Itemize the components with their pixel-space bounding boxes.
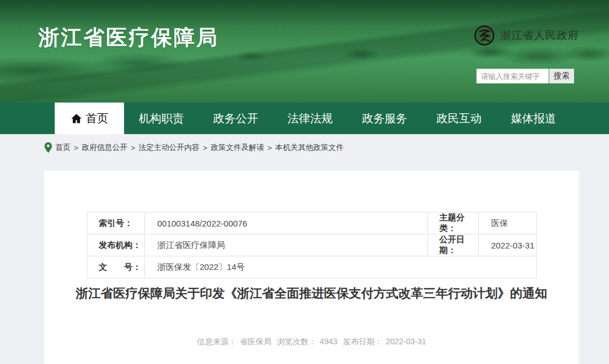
nav-item-duties[interactable]: 机构职责 bbox=[124, 103, 198, 134]
nav-items: 首页 机构职责 政务公开 法律法规 政务服务 政民互动 媒体报道 bbox=[55, 103, 571, 134]
publish-date-value: 2022-03-31 bbox=[479, 234, 537, 256]
breadcrumb-item-home[interactable]: 首页 bbox=[55, 143, 70, 153]
breadcrumb: 首页 > 政府信息公开 > 法定主动公开内容 > 政策文件及解读 > 本机关其他… bbox=[44, 142, 344, 153]
nav-item-laws[interactable]: 法律法规 bbox=[273, 103, 347, 134]
document-meta-line: 信息来源：省医保局 浏览次数：4943 发布日期：2022-03-31 bbox=[44, 337, 579, 347]
topic-category-value: 医保 bbox=[479, 212, 537, 234]
views-value: 4943 bbox=[320, 337, 337, 346]
breadcrumb-separator: > bbox=[131, 144, 135, 152]
breadcrumb-item-info-disclosure[interactable]: 政府信息公开 bbox=[82, 143, 127, 153]
document-meta-table: 索引号： 001003148/2022-00076 主题分类： 医保 发布机构：… bbox=[87, 212, 537, 278]
page: 浙江省医疗保障局 浙江省人民政府 搜索 首页 机构职责 政务公开 法律法规 bbox=[0, 0, 609, 364]
gov-emblem-icon bbox=[474, 25, 495, 46]
home-icon bbox=[70, 113, 82, 125]
publish-date-label: 公开日期： bbox=[428, 234, 479, 256]
views-label: 浏览次数： bbox=[277, 337, 316, 346]
table-row: 文 号： 浙医保发〔2022〕14号 bbox=[87, 256, 537, 278]
doc-number-value: 浙医保发〔2022〕14号 bbox=[145, 256, 537, 278]
date-label: 发布日期： bbox=[343, 337, 382, 346]
document-title: 浙江省医疗保障局关于印发《浙江省全面推进医保支付方式改革三年行动计划》的通知 bbox=[44, 285, 579, 302]
header-banner: 浙江省医疗保障局 浙江省人民政府 搜索 bbox=[0, 0, 609, 103]
doc-number-label: 文 号： bbox=[87, 256, 145, 278]
breadcrumb-item-policy-docs[interactable]: 政策文件及解读 bbox=[211, 143, 264, 153]
source-value: 省医保局 bbox=[240, 337, 271, 346]
search-button[interactable]: 搜索 bbox=[549, 69, 574, 83]
site-title: 浙江省医疗保障局 bbox=[38, 24, 219, 52]
gov-portal-link[interactable]: 浙江省人民政府 bbox=[474, 25, 579, 46]
breadcrumb-separator: > bbox=[267, 144, 272, 152]
table-row: 发布机构： 浙江省医疗保障局 公开日期： 2022-03-31 bbox=[87, 234, 537, 256]
content-card: 索引号： 001003148/2022-00076 主题分类： 医保 发布机构：… bbox=[44, 171, 579, 364]
index-number-label: 索引号： bbox=[87, 212, 145, 234]
breadcrumb-separator: > bbox=[203, 144, 208, 152]
issuing-agency-value: 浙江省医疗保障局 bbox=[145, 234, 428, 256]
nav-item-services[interactable]: 政务服务 bbox=[347, 103, 422, 134]
table-row: 索引号： 001003148/2022-00076 主题分类： 医保 bbox=[87, 212, 537, 234]
nav-item-interaction[interactable]: 政民互动 bbox=[422, 103, 496, 134]
topic-category-label: 主题分类： bbox=[428, 212, 479, 234]
breadcrumb-item-other-policy-docs[interactable]: 本机关其他政策文件 bbox=[275, 143, 344, 153]
search-input[interactable] bbox=[476, 69, 549, 83]
nav-item-label: 首页 bbox=[86, 103, 108, 134]
date-value: 2022-03-31 bbox=[386, 337, 426, 346]
nav-item-home[interactable]: 首页 bbox=[55, 103, 124, 134]
breadcrumb-item-statutory-content[interactable]: 法定主动公开内容 bbox=[139, 143, 200, 153]
index-number-value: 001003148/2022-00076 bbox=[145, 212, 428, 234]
search-box: 搜索 bbox=[476, 69, 574, 83]
nav-item-gov-disclosure[interactable]: 政务公开 bbox=[198, 103, 273, 134]
gov-portal-label: 浙江省人民政府 bbox=[500, 28, 579, 43]
issuing-agency-label: 发布机构： bbox=[87, 234, 145, 256]
breadcrumb-separator: > bbox=[74, 144, 78, 152]
main-nav: 首页 机构职责 政务公开 法律法规 政务服务 政民互动 媒体报道 bbox=[0, 103, 609, 134]
nav-item-media[interactable]: 媒体报道 bbox=[496, 103, 571, 134]
source-label: 信息来源： bbox=[197, 337, 236, 346]
location-pin-icon bbox=[44, 142, 52, 153]
